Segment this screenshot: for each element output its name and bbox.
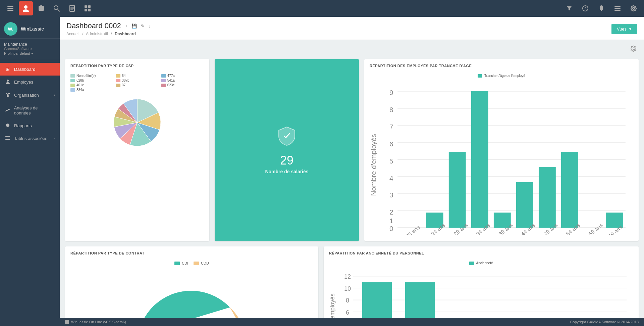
nav-badge-icon[interactable] xyxy=(34,1,48,15)
content-area: Dashboard 0002 + 💾 ✎ ↓ Accueil / Adminis… xyxy=(60,17,644,326)
svg-text:8: 8 xyxy=(389,106,393,113)
svg-rect-0 xyxy=(7,6,13,7)
csp-legend: Non défini(e) 64 477a xyxy=(70,74,204,92)
sidebar-item-dashboard[interactable]: ⊞ Dashboard xyxy=(0,63,60,76)
sidebar-item-rapports[interactable]: Rapports xyxy=(0,119,60,132)
card-anciennete: RÉPARTITION PAR ANCIENNETÉ DU PERSONNEL … xyxy=(324,246,639,318)
anciennete-chart-area: Ancienneté 12 10 8 6 4 2 0 Nombr xyxy=(324,259,639,318)
header-top: Dashboard 0002 + 💾 ✎ ↓ Accueil / Adminis… xyxy=(66,21,637,36)
top-nav-right: ? xyxy=(562,1,641,15)
analyses-icon xyxy=(5,108,11,113)
views-button[interactable]: Vues ▼ xyxy=(611,24,637,34)
dashboard-settings-gear[interactable] xyxy=(631,45,637,54)
settings-icon[interactable] xyxy=(627,1,641,15)
filter-icon[interactable] xyxy=(562,1,576,15)
download-dashboard-btn[interactable]: ↓ xyxy=(147,23,152,29)
svg-text:10: 10 xyxy=(344,285,351,292)
views-btn-label: Vues xyxy=(617,27,627,32)
salary-label: Nombre de salariés xyxy=(265,169,308,174)
legend-cdi-dot xyxy=(174,262,180,265)
age-legend-label: Tranche d'âge de l'employé xyxy=(484,74,525,78)
svg-rect-11 xyxy=(70,7,74,8)
anciennete-legend-label: Ancienneté xyxy=(476,261,493,265)
bell-icon[interactable] xyxy=(594,1,608,15)
sidebar-label-organisation: Organisation xyxy=(14,93,39,98)
nav-docs-icon[interactable] xyxy=(65,1,79,15)
save-dashboard-btn[interactable]: 💾 xyxy=(130,23,138,29)
svg-text:55 à 59 ans: 55 à 59 ans xyxy=(578,222,603,235)
csp-pie-container xyxy=(70,96,204,149)
svg-rect-33 xyxy=(5,136,10,137)
shield-icon xyxy=(278,126,296,149)
sidebar-label-dashboard: Dashboard xyxy=(14,67,36,72)
svg-text:8: 8 xyxy=(346,297,349,304)
top-nav: ? xyxy=(0,0,644,17)
svg-text:6: 6 xyxy=(346,309,349,316)
edit-dashboard-btn[interactable]: ✎ xyxy=(140,23,146,29)
nav-person-icon[interactable] xyxy=(19,1,33,15)
nav-search-icon[interactable] xyxy=(50,1,64,15)
brand-logo: w. xyxy=(4,22,17,36)
sidebar-item-employes[interactable]: Employés xyxy=(0,76,60,89)
anciennete-legend-dot xyxy=(469,262,474,265)
legend-item-4: 387b xyxy=(116,79,158,82)
card-age: RÉPARTITION DES EMPLOYÉS PAR TRANCHE D'Â… xyxy=(364,59,639,241)
top-nav-left xyxy=(3,1,95,15)
contract-pie-chart xyxy=(128,268,256,318)
legend-dot-9 xyxy=(70,88,75,92)
nav-grid-icon[interactable] xyxy=(80,1,95,15)
add-dashboard-btn[interactable]: + xyxy=(124,23,129,29)
menu-icon[interactable] xyxy=(3,1,17,15)
anciennete-bar-chart: 12 10 8 6 4 2 0 Nombre d'employés xyxy=(329,267,633,318)
breadcrumb-administratif[interactable]: Administratif xyxy=(86,32,108,36)
legend-item-5: 541a xyxy=(161,79,204,82)
settings-row xyxy=(65,45,639,54)
svg-rect-63 xyxy=(471,91,488,228)
legend-cdd-dot xyxy=(194,262,199,265)
svg-rect-69 xyxy=(539,167,556,228)
sidebar-item-tables[interactable]: Tables associées ‹ xyxy=(0,132,60,145)
sidebar: w. WinLassie Maintenance GammaSoftware P… xyxy=(0,17,60,326)
dashboard-row-1: RÉPARTITION PAR TYPE DE CSP Non défini(e… xyxy=(65,59,639,241)
legend-dot-4 xyxy=(116,79,120,82)
user-company: GammaSoftware xyxy=(4,47,56,51)
legend-item-6: 461e xyxy=(70,83,113,87)
svg-rect-94 xyxy=(405,282,435,318)
breadcrumb-accueil[interactable]: Accueil xyxy=(66,32,79,36)
card-contract: RÉPARTITION PAR TYPE DE CONTRAT CDI CDD xyxy=(65,246,318,318)
salary-count: 29 xyxy=(280,153,293,168)
legend-item-3: 628b xyxy=(70,79,113,82)
legend-dot-8 xyxy=(161,84,166,87)
legend-item-1: 64 xyxy=(116,74,158,78)
svg-text:?: ? xyxy=(584,7,586,11)
legend-dot-1 xyxy=(116,74,120,78)
svg-text:1: 1 xyxy=(389,217,393,225)
svg-text:9: 9 xyxy=(389,89,393,96)
svg-rect-7 xyxy=(39,9,42,9)
list-icon[interactable] xyxy=(610,1,625,15)
legend-cdi: CDI xyxy=(174,261,188,265)
dashboard-icon: ⊞ xyxy=(5,66,11,72)
svg-rect-15 xyxy=(88,5,91,8)
content-header: Dashboard 0002 + 💾 ✎ ↓ Accueil / Adminis… xyxy=(60,17,644,40)
dashboard-row-2: RÉPARTITION PAR TYPE DE CONTRAT CDI CDD xyxy=(65,246,639,318)
svg-rect-104 xyxy=(65,320,69,324)
footer: WinLassie On Line (v0.5.9-beta6) Copyrig… xyxy=(60,318,644,326)
svg-text:Nombre d'employés: Nombre d'employés xyxy=(329,293,336,318)
sidebar-item-organisation[interactable]: Organisation ‹ xyxy=(0,89,60,102)
legend-dot-6 xyxy=(70,84,75,87)
user-profile-link[interactable]: Profil par défaut ▾ xyxy=(4,51,56,56)
help-icon[interactable]: ? xyxy=(578,1,592,15)
sidebar-item-analyses[interactable]: Analyses de données xyxy=(0,102,60,119)
svg-point-24 xyxy=(633,7,635,9)
svg-rect-34 xyxy=(5,138,10,138)
age-card-title: RÉPARTITION DES EMPLOYÉS PAR TRANCHE D'Â… xyxy=(364,59,639,71)
svg-rect-23 xyxy=(614,10,621,11)
svg-rect-92 xyxy=(362,282,392,318)
footer-copyright: Copyright GAMMA Software © 2014-2018 xyxy=(570,320,639,324)
age-bar-chart: 9 8 7 6 5 4 3 2 1 0 Nombre d'employés xyxy=(370,80,633,235)
svg-text:4: 4 xyxy=(389,174,393,182)
svg-text:7: 7 xyxy=(389,123,393,131)
svg-rect-61 xyxy=(449,152,466,228)
footer-left-text: WinLassie On Line (v0.5.9-beta6) xyxy=(71,320,126,324)
